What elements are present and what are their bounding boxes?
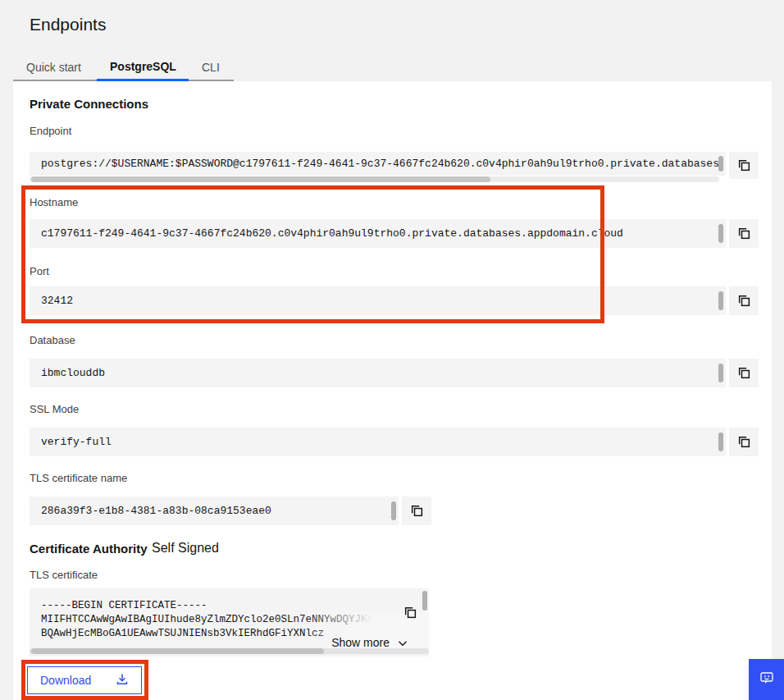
endpoint-copy-button[interactable] — [729, 152, 759, 179]
tls-certificate-label: TLS certificate — [30, 569, 98, 581]
chat-icon — [758, 669, 776, 690]
copy-icon — [737, 158, 751, 172]
ssl-mode-value: verify-full — [41, 436, 112, 448]
certificate-authority-label: Certificate Authority — [30, 542, 148, 556]
chevron-down-icon — [398, 636, 408, 649]
tls-certificate-name-vertical-scrollbar[interactable] — [391, 501, 396, 520]
endpoint-value-field[interactable]: postgres://$USERNAME:$PASSWORD@c1797611-… — [30, 152, 726, 176]
hostname-value-field[interactable]: c1797611-f249-4641-9c37-4667fc24b620.c0v… — [30, 219, 726, 248]
database-value-field[interactable]: ibmclouddb — [30, 359, 726, 387]
endpoints-page: Endpoints Quick start PostgreSQL CLI Pri… — [0, 0, 784, 700]
port-copy-button[interactable] — [729, 286, 759, 315]
tls-certificate-field[interactable]: -----BEGIN CERTIFICATE-----MIIFHTCCAwWgA… — [30, 588, 429, 657]
ssl-mode-label: SSL Mode — [30, 403, 79, 415]
tls-certificate-name-copy-button[interactable] — [402, 496, 431, 525]
chat-widget-button[interactable] — [749, 659, 784, 700]
tls-certificate-hscroll-thumb[interactable] — [31, 648, 324, 654]
copy-icon — [403, 606, 417, 620]
show-more-button[interactable]: Show more — [331, 636, 408, 649]
hostname-value: c1797611-f249-4641-9c37-4667fc24b620.c0v… — [41, 227, 623, 240]
download-button[interactable]: Download — [27, 666, 142, 694]
port-vertical-scrollbar[interactable] — [718, 291, 723, 310]
download-button-label: Download — [40, 674, 91, 687]
port-value: 32412 — [41, 295, 73, 307]
tls-certificate-name-value: 286a39f3-e1b8-4381-a83b-08ca9153eae0 — [41, 505, 271, 517]
tls-certificate-copy-button[interactable] — [402, 604, 418, 620]
certificate-authority-value: Self Signed — [152, 541, 219, 556]
database-copy-button[interactable] — [729, 359, 759, 387]
tab-cli[interactable]: CLI — [189, 54, 234, 81]
page-title: Endpoints — [30, 15, 106, 34]
show-more-label: Show more — [331, 636, 390, 649]
copy-icon — [737, 226, 751, 240]
copy-icon — [737, 435, 751, 449]
tab-bar: Quick start PostgreSQL CLI — [13, 54, 234, 81]
port-value-field[interactable]: 32412 — [30, 286, 726, 315]
download-icon — [116, 673, 129, 689]
tab-postgresql-label: PostgreSQL — [110, 60, 176, 73]
ssl-mode-value-field[interactable]: verify-full — [30, 428, 726, 456]
tls-certificate-name-field[interactable]: 286a39f3-e1b8-4381-a83b-08ca9153eae0 — [30, 496, 399, 525]
tab-postgresql[interactable]: PostgreSQL — [97, 54, 189, 81]
endpoint-vertical-scrollbar[interactable] — [718, 156, 723, 172]
hostname-label: Hostname — [30, 196, 78, 208]
tab-cli-label: CLI — [202, 61, 220, 74]
endpoint-label: Endpoint — [30, 125, 71, 137]
database-value: ibmclouddb — [41, 367, 105, 379]
hostname-copy-button[interactable] — [729, 219, 759, 248]
port-label: Port — [30, 265, 49, 277]
tls-certificate-name-label: TLS certificate name — [30, 472, 127, 484]
endpoint-hscroll-thumb[interactable] — [31, 176, 490, 182]
copy-icon — [737, 294, 751, 308]
hostname-vertical-scrollbar[interactable] — [718, 224, 723, 243]
tls-certificate-vertical-scrollbar[interactable] — [422, 591, 427, 611]
ssl-mode-vertical-scrollbar[interactable] — [718, 432, 723, 451]
database-vertical-scrollbar[interactable] — [718, 364, 723, 382]
endpoint-value: postgres://$USERNAME:$PASSWORD@c1797611-… — [41, 158, 726, 170]
tab-quick-start-label: Quick start — [26, 61, 81, 74]
ssl-mode-copy-button[interactable] — [729, 428, 759, 456]
section-heading: Private Connections — [30, 97, 148, 111]
copy-icon — [737, 366, 751, 380]
tab-quick-start[interactable]: Quick start — [13, 54, 97, 81]
copy-icon — [410, 504, 424, 518]
database-label: Database — [30, 334, 75, 346]
